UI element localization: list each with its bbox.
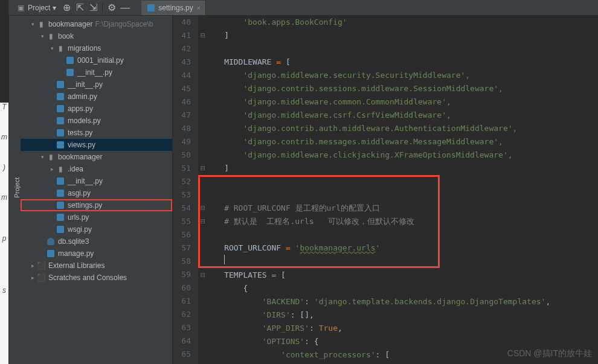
tree-item-models-py[interactable]: models.py bbox=[21, 115, 172, 127]
editor[interactable]: 4041424344454647484950515253545556575859… bbox=[173, 16, 598, 364]
tree-item-bookmanager[interactable]: ▾▮bookmanager bbox=[21, 151, 172, 163]
close-icon[interactable]: × bbox=[197, 4, 201, 11]
py-icon bbox=[56, 200, 65, 210]
chevron-icon: ▸ bbox=[48, 166, 56, 172]
py-icon bbox=[56, 128, 65, 138]
py-icon bbox=[46, 249, 56, 258]
py-icon bbox=[56, 176, 65, 186]
tree-label: asgi.py bbox=[68, 189, 91, 197]
external-libraries[interactable]: ▸⬛External Libraries bbox=[21, 260, 172, 272]
tree-item-admin-py[interactable]: admin.py bbox=[21, 91, 172, 103]
tree-label: manage.py bbox=[58, 249, 94, 258]
tree-label: admin.py bbox=[68, 92, 97, 101]
tree-item-tests-py[interactable]: tests.py bbox=[21, 127, 172, 139]
tree-label: bookmanager bbox=[58, 153, 102, 161]
tab-settings-py[interactable]: settings.py × bbox=[141, 1, 206, 15]
tree-path: F:\DjangoSpace\b bbox=[95, 20, 153, 28]
tree-item-migrations[interactable]: ▾▮migrations bbox=[21, 42, 172, 54]
tree-label: __init__.py bbox=[77, 68, 112, 77]
tree-item-wsgi-py[interactable]: wsgi.py bbox=[21, 223, 172, 235]
tree-label: bookmanager bbox=[48, 20, 92, 28]
chevron-icon: ▾ bbox=[29, 21, 36, 27]
project-dropdown[interactable]: ▣ Project ▾ bbox=[12, 2, 60, 14]
collapse-icon[interactable]: ⇲ bbox=[88, 3, 98, 13]
chevron-icon: ▾ bbox=[39, 154, 46, 160]
gutter: 4041424344454647484950515253545556575859… bbox=[173, 16, 198, 364]
tree-label: views.py bbox=[68, 141, 95, 149]
project-toolbar: ▣ Project ▾ ⊕ ⇱ ⇲ ⚙ — settings.py × bbox=[8, 0, 598, 16]
chevron-down-icon: ▾ bbox=[53, 4, 56, 12]
target-icon[interactable]: ⊕ bbox=[62, 3, 71, 13]
tree-item-__init__-py[interactable]: __init__.py bbox=[21, 66, 172, 78]
separator bbox=[102, 2, 103, 13]
pkg-icon: ▮ bbox=[46, 31, 56, 41]
tree-label: migrations bbox=[68, 44, 101, 53]
tree-item-db-sqlite3[interactable]: db.sqlite3 bbox=[21, 235, 172, 247]
python-file-icon bbox=[146, 3, 156, 13]
py-icon bbox=[56, 212, 65, 222]
tree-label: wsgi.py bbox=[68, 225, 92, 234]
gear-icon[interactable]: ⚙ bbox=[107, 3, 117, 13]
tree-label: urls.py bbox=[68, 213, 89, 222]
tree-item-__init__-py[interactable]: __init__.py bbox=[21, 175, 172, 187]
pkg-icon: ▮ bbox=[46, 152, 56, 162]
tree-item--idea[interactable]: ▸▮.idea bbox=[21, 163, 172, 175]
tree-label: db.sqlite3 bbox=[58, 237, 89, 246]
py-icon bbox=[65, 56, 75, 65]
tree-label: models.py bbox=[68, 117, 101, 125]
watermark: CSDN @搞IT的放牛娃 bbox=[507, 348, 592, 359]
py-icon bbox=[56, 116, 65, 126]
scratches[interactable]: ▸⬛Scratches and Consoles bbox=[21, 272, 172, 284]
tree-item-urls-py[interactable]: urls.py bbox=[21, 211, 172, 223]
tree-item-apps-py[interactable]: apps.py bbox=[21, 103, 172, 115]
py-icon bbox=[56, 92, 65, 101]
tree-item-views-py[interactable]: views.py bbox=[21, 139, 172, 151]
folder-icon: ▣ bbox=[16, 3, 25, 13]
tree-label: __init__.py bbox=[68, 177, 103, 185]
db-icon bbox=[46, 237, 56, 246]
tree-label: tests.py bbox=[68, 129, 92, 137]
tree-label: settings.py bbox=[68, 201, 102, 209]
tree-item-0001_initial-py[interactable]: 0001_initial.py bbox=[21, 54, 172, 66]
tree-item-asgi-py[interactable]: asgi.py bbox=[21, 187, 172, 199]
project-label: Project bbox=[28, 4, 50, 12]
hide-icon[interactable]: — bbox=[120, 3, 130, 13]
tree-label: book bbox=[58, 32, 74, 40]
py-icon bbox=[56, 104, 65, 113]
pkg-icon: ▮ bbox=[56, 43, 65, 53]
folder-icon: ▮ bbox=[36, 19, 46, 29]
project-side-tab[interactable]: Project bbox=[8, 16, 21, 364]
tree-label: 0001_initial.py bbox=[77, 56, 124, 65]
py-icon bbox=[56, 188, 65, 198]
py-icon bbox=[56, 80, 65, 89]
py-icon bbox=[56, 225, 65, 234]
chevron-icon: ▾ bbox=[48, 45, 56, 51]
tree-item-bookmanager[interactable]: ▾▮bookmanagerF:\DjangoSpace\b bbox=[21, 18, 172, 30]
code-lines[interactable]: 'book.apps.BookConfig'⊟ ] MIDDLEWARE = [… bbox=[198, 16, 598, 364]
project-tree[interactable]: ▾▮bookmanagerF:\DjangoSpace\b▾▮book▾▮mig… bbox=[21, 16, 173, 364]
py-icon bbox=[56, 140, 65, 150]
tab-label: settings.py bbox=[158, 4, 193, 12]
tree-label: .idea bbox=[68, 165, 83, 173]
expand-icon[interactable]: ⇱ bbox=[75, 3, 85, 13]
tree-item-book[interactable]: ▾▮book bbox=[21, 30, 172, 42]
tree-item-__init__-py[interactable]: __init__.py bbox=[21, 78, 172, 91]
py-icon bbox=[65, 68, 75, 77]
tree-label: apps.py bbox=[68, 104, 93, 113]
tree-label: __init__.py bbox=[68, 80, 103, 89]
tree-item-manage-py[interactable]: manage.py bbox=[21, 247, 172, 260]
chevron-icon: ▾ bbox=[39, 33, 46, 39]
external-left-edge: T m ) m p s bbox=[0, 103, 8, 364]
folder-icon: ▮ bbox=[56, 164, 65, 174]
tree-item-settings-py[interactable]: settings.py bbox=[21, 199, 172, 211]
